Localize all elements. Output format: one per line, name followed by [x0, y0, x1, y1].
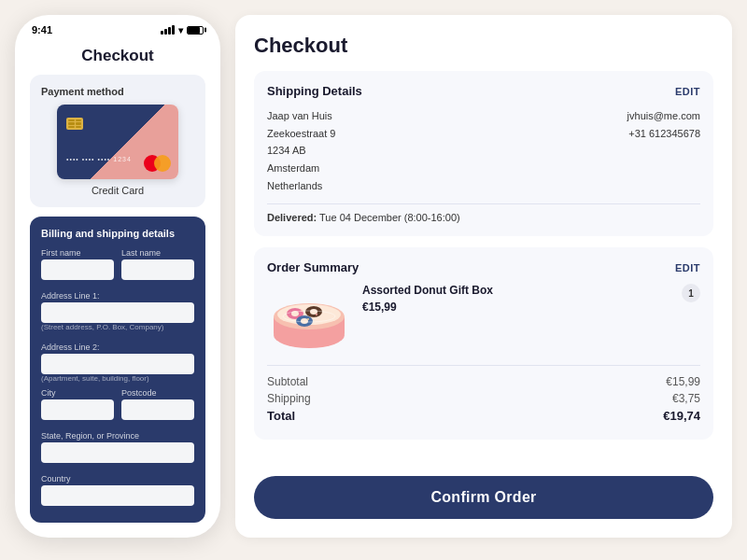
phone-checkout-title: Checkout	[30, 47, 205, 65]
last-name-group: Last name	[121, 248, 194, 280]
status-bar: 9:41 ▾	[15, 15, 220, 39]
subtotal-label: Subtotal	[267, 375, 308, 388]
first-name-group: First name	[41, 248, 114, 280]
billing-section: Billing and shipping details First name …	[30, 217, 205, 523]
city-group: City	[41, 388, 114, 420]
shipping-header: Shipping Details EDIT	[267, 84, 700, 98]
address2-label: Address Line 2:	[41, 343, 100, 352]
last-name-label: Last name	[121, 248, 194, 258]
subtotal-value: €15,99	[666, 375, 700, 388]
confirm-order-button[interactable]: Confirm Order	[254, 476, 713, 519]
delivery-date-text: Delivered: Tue 04 December (8:00-16:00)	[267, 203, 700, 223]
battery-icon	[187, 26, 204, 35]
time-display: 9:41	[32, 24, 52, 35]
card-type-label: Credit Card	[41, 185, 194, 196]
shipping-cost-label: Shipping	[267, 392, 311, 405]
address1-label: Address Line 1:	[41, 291, 100, 301]
shipping-street: Zeekoestraat 9	[267, 125, 484, 143]
shipping-phone: +31 612345678	[484, 125, 700, 143]
svg-point-12	[307, 318, 309, 320]
item-name-text: Assorted Donut Gift Box	[362, 284, 700, 297]
shipping-email: jvhuis@me.com	[484, 107, 700, 125]
order-summary-title: Order Summary	[267, 260, 359, 274]
phone-mockup: 9:41 ▾ Checkout Payment method	[15, 15, 220, 538]
address1-hint: (Street address, P.O. Box, Company)	[41, 323, 194, 331]
shipping-details-card: Shipping Details EDIT Jaap van Huis Zeek…	[254, 71, 713, 236]
shipping-section-title: Shipping Details	[267, 84, 362, 98]
state-label: State, Region, or Province	[41, 431, 139, 441]
country-label: Country	[41, 474, 71, 483]
card-number-display: •••• •••• •••• 1234	[66, 156, 132, 162]
signal-icon	[161, 25, 175, 35]
postcode-group: Postcode	[121, 388, 194, 420]
status-icons: ▾	[161, 25, 204, 35]
order-summary-card: Order Summary EDIT	[254, 247, 713, 440]
checkout-title: Checkout	[254, 34, 713, 58]
address2-group: Address Line 2: (Apartment, suite, build…	[41, 337, 194, 383]
total-row: Total €19,74	[267, 409, 700, 423]
name-row: First name Last name	[41, 248, 194, 280]
credit-card-visual: •••• •••• •••• 1234	[57, 105, 178, 179]
shipping-contact-right: jvhuis@me.com +31 612345678	[484, 107, 700, 194]
phone-content: Checkout Payment method	[15, 39, 220, 538]
wifi-icon: ▾	[178, 25, 183, 35]
country-input[interactable]	[41, 485, 194, 506]
item-quantity-badge: 1	[682, 284, 700, 302]
state-group: State, Region, or Province	[41, 426, 194, 463]
shipping-edit-button[interactable]: EDIT	[675, 86, 700, 97]
shipping-info-grid: Jaap van Huis Zeekoestraat 9 1234 AB Ams…	[267, 107, 700, 194]
address1-input[interactable]	[41, 302, 194, 323]
shipping-postal: 1234 AB	[267, 142, 484, 160]
total-value: €19,74	[663, 409, 700, 423]
city-input[interactable]	[41, 399, 114, 420]
item-details: 1 Assorted Donut Gift Box €15,99	[362, 284, 700, 314]
price-summary-table: Subtotal €15,99 Shipping €3,75 Total €19…	[267, 365, 700, 423]
app-container: 9:41 ▾ Checkout Payment method	[0, 0, 747, 560]
state-input[interactable]	[41, 442, 194, 463]
city-label: City	[41, 388, 114, 398]
mastercard-logo-icon	[144, 155, 171, 172]
order-item-row: 1 Assorted Donut Gift Box €15,99	[267, 284, 700, 354]
address1-group: Address Line 1: (Street address, P.O. Bo…	[41, 286, 194, 331]
order-edit-button[interactable]: EDIT	[675, 262, 700, 273]
payment-method-section: Payment method •••• •••• •••• 1234	[30, 75, 205, 207]
address2-input[interactable]	[41, 354, 194, 374]
total-label: Total	[267, 409, 295, 423]
shipping-row: Shipping €3,75	[267, 392, 700, 405]
shipping-address-left: Jaap van Huis Zeekoestraat 9 1234 AB Ams…	[267, 107, 484, 194]
payment-method-label: Payment method	[41, 86, 194, 97]
city-postcode-row: City Postcode	[41, 388, 194, 420]
first-name-label: First name	[41, 248, 114, 258]
delivery-date-value: Tue 04 December (8:00-16:00)	[319, 212, 460, 223]
shipping-city: Amsterdam	[267, 160, 484, 177]
donut-box-image	[267, 284, 351, 354]
last-name-input[interactable]	[121, 259, 194, 280]
order-summary-header: Order Summary EDIT	[267, 260, 700, 274]
subtotal-row: Subtotal €15,99	[267, 375, 700, 388]
delivery-label: Delivered:	[267, 212, 317, 223]
billing-section-title: Billing and shipping details	[41, 228, 194, 239]
svg-point-11	[316, 314, 317, 315]
item-price-text: €15,99	[362, 301, 700, 314]
shipping-cost-value: €3,75	[672, 392, 700, 405]
first-name-input[interactable]	[41, 259, 114, 280]
shipping-country: Netherlands	[267, 177, 484, 195]
postcode-label: Postcode	[121, 388, 194, 398]
address2-hint: (Apartment, suite, building, floor)	[41, 374, 194, 383]
checkout-panel: Checkout Shipping Details EDIT Jaap van …	[235, 15, 732, 538]
card-chip-icon	[66, 118, 83, 130]
postcode-input[interactable]	[121, 399, 194, 420]
svg-point-9	[301, 318, 308, 324]
country-group: Country	[41, 469, 194, 506]
shipping-name: Jaap van Huis	[267, 107, 484, 125]
